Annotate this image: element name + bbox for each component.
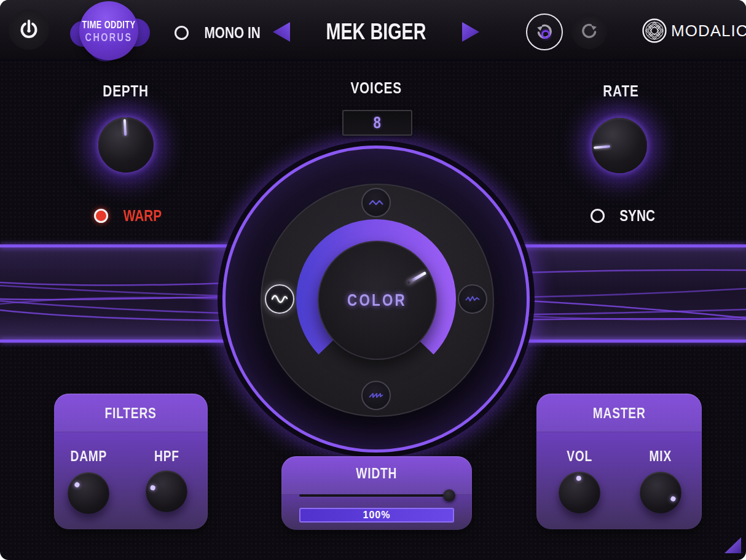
master-panel: MASTER VOL MIX	[536, 394, 702, 529]
voices-label: VOICES	[326, 79, 426, 98]
mono-in-label: MONO IN	[204, 23, 260, 42]
undo-state-dot	[541, 30, 550, 39]
depth-label: DEPTH	[80, 82, 172, 101]
damp-knob-dot	[60, 464, 118, 523]
previous-preset-button[interactable]	[273, 22, 290, 42]
hpf-label: HPF	[139, 448, 194, 465]
plugin-window: TIME ODDITY CHORUS MONO IN MEK BIGER	[0, 0, 746, 560]
damp-label: DAMP	[61, 448, 116, 465]
sync-toggle[interactable]: SYNC	[591, 206, 659, 225]
damp-knob[interactable]	[68, 472, 109, 514]
mix-knob-dot	[632, 464, 688, 520]
color-knob-label: COLOR	[319, 242, 436, 359]
voices-selector[interactable]: 8	[342, 110, 412, 136]
filters-title: FILTERS	[54, 405, 208, 422]
warp-label: WARP	[124, 206, 162, 225]
vol-knob-dot	[557, 470, 601, 514]
top-bar: TIME ODDITY CHORUS MONO IN MEK BIGER	[0, 0, 746, 61]
voices-value: 8	[374, 113, 381, 133]
saw-wave-icon	[368, 391, 384, 400]
vol-knob[interactable]	[559, 472, 600, 513]
rate-label: RATE	[575, 82, 667, 101]
rate-knob-pointer	[589, 115, 650, 176]
depth-knob-pointer	[97, 116, 155, 174]
depth-knob[interactable]	[98, 117, 154, 173]
logo-title: TIME ODDITY	[79, 20, 139, 31]
time-oddity-chorus-logo[interactable]: TIME ODDITY CHORUS	[71, 4, 146, 59]
width-slider-track[interactable]	[299, 494, 453, 497]
mono-in-led	[175, 26, 189, 40]
undo-button[interactable]	[526, 14, 563, 50]
hpf-knob-dot	[141, 466, 192, 516]
next-preset-button[interactable]	[462, 22, 479, 42]
color-knob[interactable]: COLOR	[318, 241, 437, 360]
modalics-brand[interactable]: MODALICS	[642, 18, 746, 44]
mono-in-toggle[interactable]: MONO IN	[175, 23, 267, 42]
redo-icon	[579, 21, 600, 42]
filters-panel: FILTERS DAMP HPF	[54, 394, 208, 529]
mix-label: MIX	[633, 448, 688, 465]
redo-button[interactable]	[571, 14, 607, 49]
logo-text: TIME ODDITY CHORUS	[71, 20, 146, 44]
width-panel: WIDTH 100%	[281, 456, 472, 530]
power-icon	[17, 18, 41, 41]
warp-led	[94, 209, 108, 223]
resize-handle[interactable]	[724, 537, 741, 553]
color-knob-assembly: COLOR	[222, 146, 530, 453]
width-slider-thumb[interactable]	[443, 489, 455, 502]
brand-name: MODALICS	[671, 21, 746, 41]
modalics-logo-icon	[642, 18, 667, 44]
vol-label: VOL	[552, 448, 607, 465]
hpf-knob[interactable]	[146, 470, 187, 512]
triangle-wave-icon	[368, 198, 384, 208]
sync-led	[591, 209, 605, 223]
width-value: 100%	[363, 510, 391, 521]
logo-subtitle: CHORUS	[79, 31, 139, 44]
master-title: MASTER	[536, 405, 702, 422]
preset-name[interactable]: MEK BIGER	[299, 19, 453, 45]
width-value-bar: 100%	[299, 508, 454, 523]
mix-knob[interactable]	[640, 472, 681, 513]
rate-knob[interactable]	[592, 118, 647, 173]
sync-label: SYNC	[619, 206, 655, 225]
power-button[interactable]	[9, 9, 49, 50]
warp-toggle[interactable]: WARP	[94, 206, 167, 225]
width-title: WIDTH	[281, 465, 472, 482]
